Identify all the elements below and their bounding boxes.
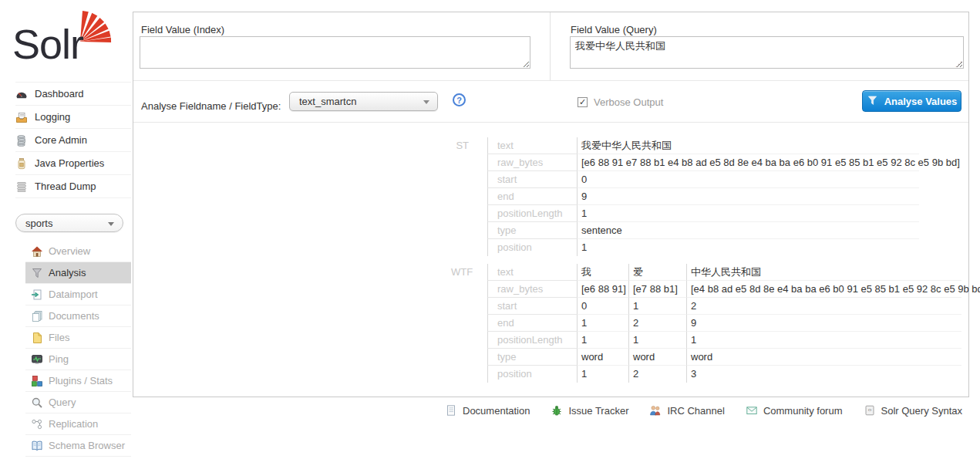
- core-item-documents[interactable]: Documents: [25, 305, 131, 327]
- dashboard-icon: [15, 88, 28, 100]
- token-positionlength: 1: [577, 205, 919, 222]
- section-label: [451, 349, 487, 366]
- help-icon[interactable]: ?: [453, 93, 466, 106]
- attribute-label: raw_bytes: [487, 281, 577, 298]
- token-text: 中华人民共和国: [686, 264, 961, 281]
- attribute-label: start: [487, 298, 577, 315]
- chevron-down-icon: [423, 100, 429, 104]
- footer-link-issue-tracker[interactable]: Issue Tracker: [551, 404, 628, 417]
- token-start: 1: [628, 298, 686, 315]
- token-text: 我: [577, 264, 628, 281]
- documents-icon: [31, 310, 43, 322]
- java-properties-icon: [15, 157, 28, 170]
- token-text: 我爱中华人民共和国: [577, 137, 919, 154]
- core-item-analysis[interactable]: Analysis: [25, 262, 131, 284]
- footer-link-label: Community forum: [763, 405, 843, 417]
- fieldtype-select[interactable]: text_smartcn: [289, 92, 438, 111]
- index-field-label: Field Value (Index): [141, 24, 224, 35]
- index-field-textarea[interactable]: [140, 36, 530, 69]
- solr-logo: Solr: [12, 8, 116, 70]
- analyse-button-label: Analyse Values: [884, 96, 958, 107]
- token-type: word: [577, 349, 628, 366]
- footer-link-label: Documentation: [463, 405, 530, 417]
- query-icon: [31, 397, 43, 409]
- fieldname-label: Analyse Fieldname / FieldType:: [141, 100, 281, 112]
- sidebar-item-core-admin[interactable]: Core Admin: [15, 129, 131, 152]
- core-item-label: Documents: [49, 310, 99, 322]
- forum-icon: [746, 404, 758, 417]
- attribute-label: end: [487, 188, 577, 205]
- query-field-label: Field Value (Query): [571, 24, 657, 35]
- attribute-label: positionLength: [487, 205, 577, 222]
- section-label: [451, 205, 487, 222]
- plugins-icon: [31, 375, 43, 387]
- token-end: 9: [686, 315, 961, 332]
- schema-browser-icon: [31, 440, 43, 452]
- sidebar-item-label: Java Properties: [35, 157, 104, 169]
- attribute-label: start: [487, 171, 577, 188]
- doc-icon: [445, 404, 457, 417]
- token-raw-bytes: [e4 b8 ad e5 8d 8e e4 ba ba e6 b0 91 e5 …: [686, 281, 961, 298]
- sidebar-item-dashboard[interactable]: Dashboard: [15, 83, 131, 106]
- core-menu: OverviewAnalysisDataimportDocumentsFiles…: [25, 241, 131, 457]
- core-item-label: Dataimport: [49, 289, 98, 300]
- attribute-label: type: [487, 222, 577, 239]
- attribute-label: raw_bytes: [487, 154, 577, 171]
- logging-icon: [15, 111, 28, 123]
- section-label: [451, 222, 487, 239]
- overview-icon: [31, 245, 43, 258]
- sidebar-item-thread-dump[interactable]: Thread Dump: [15, 175, 131, 198]
- analyse-values-button[interactable]: Analyse Values: [862, 90, 961, 112]
- footer-links: DocumentationIssue TrackerIRC ChannelCom…: [445, 403, 962, 418]
- core-item-plugins-stats[interactable]: Plugins / Stats: [25, 370, 131, 392]
- token-positionlength: 1: [577, 332, 628, 349]
- fieldtype-value: text_smartcn: [299, 96, 356, 107]
- sidebar-item-java-properties[interactable]: Java Properties: [15, 152, 131, 175]
- section-label: [451, 154, 487, 171]
- bug-icon: [551, 404, 563, 417]
- core-item-label: Plugins / Stats: [49, 375, 113, 386]
- section-label: [451, 171, 487, 188]
- analysis-icon: [31, 267, 43, 279]
- section-label: [451, 366, 487, 383]
- syntax-icon: ‹›: [864, 404, 876, 417]
- thread-dump-icon: [15, 181, 28, 193]
- core-item-label: Query: [49, 397, 76, 408]
- core-item-schema-browser[interactable]: Schema Browser: [25, 435, 131, 457]
- sidebar-item-label: Dashboard: [35, 88, 84, 100]
- column-divider: [550, 12, 551, 80]
- token-start: 0: [577, 298, 628, 315]
- core-item-overview[interactable]: Overview: [25, 241, 131, 262]
- section-label: WTF: [451, 264, 487, 281]
- attribute-label: position: [487, 239, 577, 256]
- svg-text:‹›: ‹›: [867, 407, 871, 413]
- core-item-ping[interactable]: Ping: [25, 349, 131, 370]
- verbose-output-row: ✓ Verbose Output: [578, 96, 663, 108]
- token-end: 1: [577, 315, 628, 332]
- core-item-dataimport[interactable]: Dataimport: [25, 284, 131, 305]
- footer-link-community-forum[interactable]: Community forum: [746, 404, 843, 417]
- verbose-output-checkbox[interactable]: ✓: [578, 97, 588, 107]
- core-selector-dropdown[interactable]: sports: [15, 214, 123, 232]
- token-positionlength: 1: [686, 332, 961, 349]
- token-position: 2: [628, 366, 686, 383]
- footer-link-solr-query-syntax[interactable]: ‹›Solr Query Syntax: [864, 404, 963, 417]
- core-item-query[interactable]: Query: [25, 392, 131, 413]
- token-raw-bytes: [e6 88 91 e7 88 b1 e4 b8 ad e5 8d 8e e4 …: [577, 154, 919, 171]
- footer-link-irc-channel[interactable]: IRC Channel: [649, 404, 724, 417]
- query-field-textarea[interactable]: 我爱中华人民共和国: [570, 36, 964, 69]
- section-label: [451, 332, 487, 349]
- token-positionlength: 1: [628, 332, 686, 349]
- attribute-label: text: [487, 137, 577, 154]
- section-label: [451, 298, 487, 315]
- irc-icon: [649, 404, 662, 417]
- attribute-label: end: [487, 315, 577, 332]
- sidebar-item-logging[interactable]: Logging: [15, 106, 131, 129]
- core-item-replication[interactable]: Replication: [25, 413, 131, 435]
- sidebar-item-label: Thread Dump: [35, 181, 96, 192]
- main-menu: DashboardLoggingCore AdminJava Propertie…: [15, 82, 131, 198]
- footer-link-documentation[interactable]: Documentation: [445, 404, 530, 417]
- token-type: word: [686, 349, 961, 366]
- core-item-files[interactable]: Files: [25, 327, 131, 349]
- dataimport-icon: [31, 289, 43, 301]
